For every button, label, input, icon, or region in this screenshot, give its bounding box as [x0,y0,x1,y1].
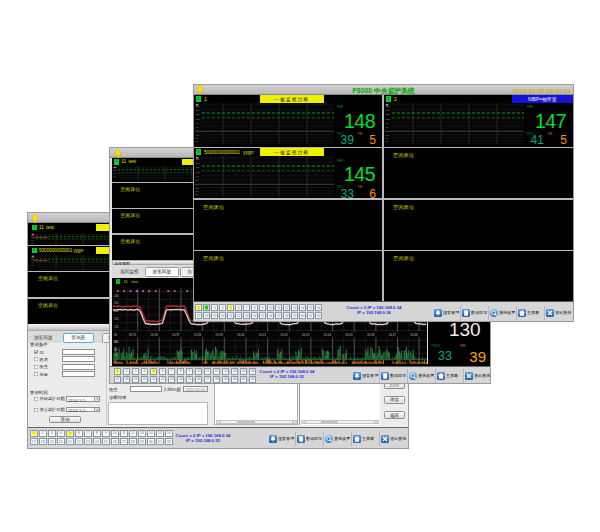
svg-text:120: 120 [195,117,200,120]
svg-text:16:47: 16:47 [388,332,396,336]
svg-text:75: 75 [114,346,117,350]
svg-text:16:37: 16:37 [172,332,180,336]
svg-text:16:35: 16:35 [128,332,136,336]
svg-text:16:45: 16:45 [345,332,353,336]
svg-text:16:39: 16:39 [215,332,223,336]
svg-text:16:41: 16:41 [258,332,266,336]
svg-text:16:38: 16:38 [193,332,201,336]
svg-text:180: 180 [195,108,200,111]
svg-text:16:43: 16:43 [301,332,309,336]
svg-text:150: 150 [195,166,200,169]
svg-text:120: 120 [195,171,200,174]
svg-text:150: 150 [114,316,119,320]
svg-text:25: 25 [114,359,117,363]
svg-text:16:48: 16:48 [410,332,418,336]
svg-text:16:42: 16:42 [280,332,288,336]
svg-text:180: 180 [385,108,390,111]
svg-text:180: 180 [195,162,200,165]
svg-text:16:36: 16:36 [150,332,158,336]
svg-text:16:46: 16:46 [366,332,374,336]
svg-text:90: 90 [114,332,118,336]
svg-text:120: 120 [114,324,119,328]
svg-text:210: 210 [114,301,119,305]
svg-text:120: 120 [385,117,390,120]
svg-text:16:40: 16:40 [237,332,245,336]
svg-text:240: 240 [114,293,119,297]
svg-text:150: 150 [385,113,390,116]
svg-text:16:44: 16:44 [323,332,331,336]
svg-text:100: 100 [114,340,119,344]
svg-text:150: 150 [195,113,200,116]
